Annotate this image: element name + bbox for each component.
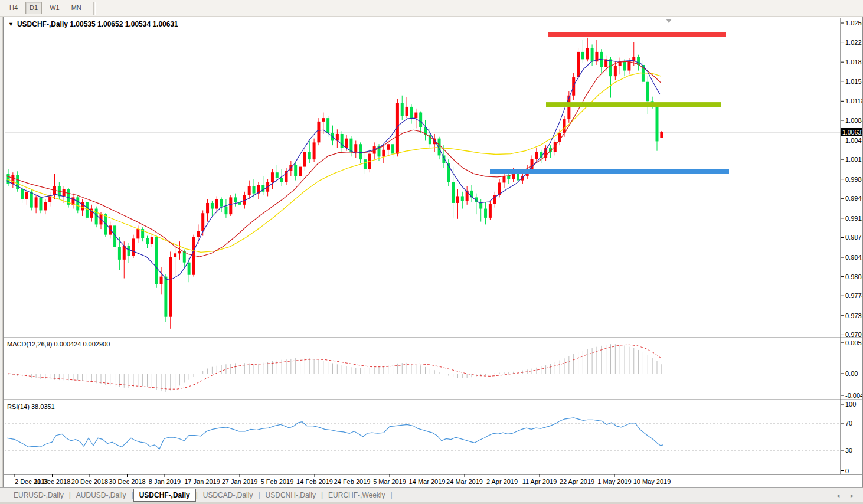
date-axis-label: 14 Mar 2019	[409, 478, 446, 485]
date-axis-label: 17 Jan 2019	[184, 478, 220, 485]
chart-symbol-period: USDCHF-,Daily	[17, 20, 68, 28]
rsi-axis-label: 0	[845, 467, 849, 474]
date-axis-label: 24 Feb 2019	[334, 478, 371, 485]
price-axis-label: 1.00150	[845, 156, 862, 163]
mt4-terminal: { "toolbar": { "timeframes": [ {"label":…	[0, 0, 863, 504]
price-axis-label: 1.01870	[845, 58, 862, 66]
timeframe-button-h4[interactable]: H4	[5, 2, 22, 14]
macd-axis-label: -0.00424	[845, 392, 862, 399]
rsi-axis-label: 70	[845, 420, 852, 427]
price-axis-label: 0.99460	[845, 195, 862, 202]
rsi-axis-label: 100	[845, 401, 856, 408]
timeframe-toolbar: H4D1W1MN	[0, 0, 863, 17]
price-axis-label: 0.98080	[845, 273, 862, 280]
macd-name: MACD(12,26,9)	[7, 341, 52, 348]
price-axis-label: 0.97740	[845, 292, 862, 299]
date-axis-label: 2 Apr 2019	[486, 478, 518, 485]
rsi-axis-label: 30	[845, 447, 852, 454]
price-axis-label: 0.98420	[845, 254, 862, 261]
tab-scroll-arrows[interactable]: ◂ ▸	[836, 492, 858, 499]
rsi-name: RSI(14)	[7, 403, 30, 410]
resistance-line	[548, 32, 726, 37]
price-axis-label: 0.97390	[845, 312, 862, 319]
chart-ohlc-values: 1.00535 1.00652 1.00534 1.00631	[70, 20, 178, 28]
symbol-dropdown-arrow[interactable]: ▼	[8, 21, 14, 27]
broken-support-line	[546, 102, 721, 107]
macd-axis-label: 0.00	[845, 370, 858, 377]
price-axis-label: 1.02560	[845, 19, 862, 27]
chart-tab-eurusd[interactable]: EURUSD-,Daily	[8, 489, 69, 501]
price-axis-label: 0.99110	[845, 215, 862, 222]
price-axis-label: 1.02220	[845, 39, 862, 46]
rsi-value: 38.0351	[31, 403, 55, 410]
date-axis-label: 11 Apr 2019	[522, 478, 557, 485]
chart-title-bar: ▼USDCHF-,Daily 1.00535 1.00652 1.00534 1…	[8, 20, 178, 28]
chart-tab-audusd[interactable]: AUDUSD-,Daily	[71, 489, 132, 501]
timeframe-button-d1[interactable]: D1	[25, 2, 42, 14]
date-axis-label: 8 Jan 2019	[149, 478, 181, 485]
date-axis-label: 10 May 2019	[633, 478, 671, 485]
support-line	[490, 169, 729, 174]
price-axis-label: 0.97050	[845, 331, 862, 338]
date-axis-label: 5 Feb 2019	[261, 478, 294, 485]
date-axis-label: 5 Mar 2019	[373, 478, 406, 485]
macd-indicator-label: MACD(12,26,9) 0.000424 0.002900	[7, 341, 110, 348]
price-axis-label: 1.00490	[845, 137, 862, 144]
current-price-tag-text: 1.00631	[842, 129, 862, 136]
date-axis-label: 14 Feb 2019	[296, 478, 333, 485]
macd-axis-label: 0.00597	[845, 339, 862, 346]
timeframe-button-w1[interactable]: W1	[45, 2, 64, 14]
chart-tab-usdcad[interactable]: USDCAD-,Daily	[198, 489, 259, 501]
symbol-tab-bar: EURUSD-,Daily|AUDUSD-,Daily|USDCHF-,Dail…	[0, 487, 863, 502]
date-axis-label: 20 Dec 2018	[71, 478, 108, 485]
chart-tab-usdcnh[interactable]: USDCNH-,Daily	[260, 489, 321, 501]
price-axis-label: 0.98770	[845, 234, 862, 241]
chart-tab-usdchf[interactable]: USDCHF-,Daily	[133, 489, 196, 502]
price-axis-label: 1.01530	[845, 78, 862, 85]
price-axis-label: 0.99800	[845, 176, 862, 183]
date-axis-label: 24 Mar 2019	[446, 478, 483, 485]
tab-separator: |	[391, 491, 393, 499]
date-axis-label: 22 Apr 2019	[560, 478, 594, 485]
timeframe-button-mn[interactable]: MN	[67, 2, 86, 14]
chart-window: 1.025601.022201.018701.015301.011801.008…	[3, 17, 863, 487]
date-axis-label: 11 Dec 2018	[34, 478, 71, 485]
date-axis-label: 1 May 2019	[597, 478, 631, 485]
rsi-indicator-label: RSI(14) 38.0351	[7, 403, 55, 410]
date-axis-label: 30 Dec 2018	[109, 478, 145, 485]
toolbar-separator	[93, 2, 96, 15]
chart-canvas[interactable]: 1.025601.022201.018701.015301.011801.008…	[4, 17, 862, 487]
price-axis-label: 1.00840	[845, 117, 862, 124]
date-axis-label: 27 Jan 2019	[222, 478, 258, 485]
chart-tab-eurchf[interactable]: EURCHF-,Weekly	[323, 489, 390, 501]
macd-values: 0.000424 0.002900	[54, 341, 110, 348]
price-axis-label: 1.01180	[845, 97, 862, 104]
